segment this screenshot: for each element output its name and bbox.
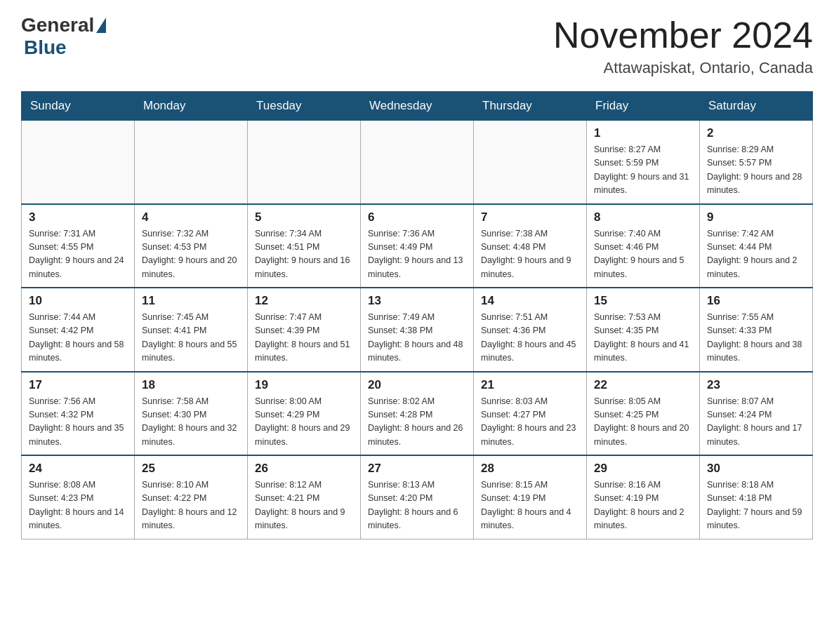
calendar-cell: 14Sunrise: 7:51 AM Sunset: 4:36 PM Dayli…: [474, 288, 587, 372]
day-number: 28: [481, 462, 579, 476]
calendar-cell: 19Sunrise: 8:00 AM Sunset: 4:29 PM Dayli…: [248, 372, 361, 456]
calendar-table: SundayMondayTuesdayWednesdayThursdayFrid…: [21, 91, 813, 539]
day-number: 25: [142, 462, 240, 476]
day-info: Sunrise: 7:58 AM Sunset: 4:30 PM Dayligh…: [142, 395, 240, 450]
location: Attawapiskat, Ontario, Canada: [553, 59, 813, 77]
calendar-cell: 25Sunrise: 8:10 AM Sunset: 4:22 PM Dayli…: [135, 455, 248, 539]
logo-general-text: General: [21, 14, 94, 36]
day-info: Sunrise: 8:27 AM Sunset: 5:59 PM Dayligh…: [594, 143, 692, 198]
day-number: 1: [594, 126, 692, 140]
calendar-cell: 13Sunrise: 7:49 AM Sunset: 4:38 PM Dayli…: [361, 288, 474, 372]
calendar-cell: [248, 121, 361, 204]
day-number: 24: [29, 462, 127, 476]
calendar-cell: 17Sunrise: 7:56 AM Sunset: 4:32 PM Dayli…: [22, 372, 135, 456]
day-info: Sunrise: 7:55 AM Sunset: 4:33 PM Dayligh…: [707, 311, 805, 365]
calendar-cell: 20Sunrise: 8:02 AM Sunset: 4:28 PM Dayli…: [361, 372, 474, 456]
logo: General Blue: [21, 14, 106, 59]
calendar-cell: 22Sunrise: 8:05 AM Sunset: 4:25 PM Dayli…: [587, 372, 700, 456]
calendar-cell: 9Sunrise: 7:42 AM Sunset: 4:44 PM Daylig…: [700, 204, 813, 288]
day-info: Sunrise: 8:02 AM Sunset: 4:28 PM Dayligh…: [368, 395, 466, 450]
calendar-cell: 16Sunrise: 7:55 AM Sunset: 4:33 PM Dayli…: [700, 288, 813, 372]
day-number: 8: [594, 210, 692, 224]
weekday-header-wednesday: Wednesday: [361, 92, 474, 121]
calendar-cell: 27Sunrise: 8:13 AM Sunset: 4:20 PM Dayli…: [361, 455, 474, 539]
calendar-week-row: 10Sunrise: 7:44 AM Sunset: 4:42 PM Dayli…: [22, 288, 813, 372]
calendar-cell: 1Sunrise: 8:27 AM Sunset: 5:59 PM Daylig…: [587, 121, 700, 204]
calendar-cell: 4Sunrise: 7:32 AM Sunset: 4:53 PM Daylig…: [135, 204, 248, 288]
day-number: 17: [29, 378, 127, 392]
calendar-cell: [361, 121, 474, 204]
title-area: November 2024 Attawapiskat, Ontario, Can…: [553, 14, 813, 77]
day-number: 18: [142, 378, 240, 392]
logo-blue-text: Blue: [24, 36, 67, 58]
day-number: 10: [29, 294, 127, 308]
calendar-cell: 18Sunrise: 7:58 AM Sunset: 4:30 PM Dayli…: [135, 372, 248, 456]
day-info: Sunrise: 8:18 AM Sunset: 4:18 PM Dayligh…: [707, 478, 805, 533]
day-number: 6: [368, 210, 466, 224]
day-info: Sunrise: 8:07 AM Sunset: 4:24 PM Dayligh…: [707, 395, 805, 450]
month-title: November 2024: [553, 14, 813, 56]
weekday-header-saturday: Saturday: [700, 92, 813, 121]
day-info: Sunrise: 7:42 AM Sunset: 4:44 PM Dayligh…: [707, 227, 805, 282]
day-info: Sunrise: 8:13 AM Sunset: 4:20 PM Dayligh…: [368, 478, 466, 533]
day-number: 29: [594, 462, 692, 476]
day-info: Sunrise: 7:56 AM Sunset: 4:32 PM Dayligh…: [29, 395, 127, 450]
day-info: Sunrise: 8:16 AM Sunset: 4:19 PM Dayligh…: [594, 478, 692, 533]
calendar-cell: 28Sunrise: 8:15 AM Sunset: 4:19 PM Dayli…: [474, 455, 587, 539]
weekday-header-monday: Monday: [135, 92, 248, 121]
day-number: 14: [481, 294, 579, 308]
day-number: 11: [142, 294, 240, 308]
day-info: Sunrise: 8:05 AM Sunset: 4:25 PM Dayligh…: [594, 395, 692, 450]
calendar-cell: 11Sunrise: 7:45 AM Sunset: 4:41 PM Dayli…: [135, 288, 248, 372]
day-number: 13: [368, 294, 466, 308]
calendar-cell: 30Sunrise: 8:18 AM Sunset: 4:18 PM Dayli…: [700, 455, 813, 539]
day-number: 27: [368, 462, 466, 476]
calendar-cell: 6Sunrise: 7:36 AM Sunset: 4:49 PM Daylig…: [361, 204, 474, 288]
calendar-cell: 23Sunrise: 8:07 AM Sunset: 4:24 PM Dayli…: [700, 372, 813, 456]
day-number: 26: [255, 462, 353, 476]
calendar-cell: 12Sunrise: 7:47 AM Sunset: 4:39 PM Dayli…: [248, 288, 361, 372]
day-number: 2: [707, 126, 805, 140]
day-number: 12: [255, 294, 353, 308]
day-info: Sunrise: 7:34 AM Sunset: 4:51 PM Dayligh…: [255, 227, 353, 282]
calendar-cell: 8Sunrise: 7:40 AM Sunset: 4:46 PM Daylig…: [587, 204, 700, 288]
day-number: 23: [707, 378, 805, 392]
day-info: Sunrise: 7:53 AM Sunset: 4:35 PM Dayligh…: [594, 311, 692, 365]
day-number: 22: [594, 378, 692, 392]
calendar-week-row: 3Sunrise: 7:31 AM Sunset: 4:55 PM Daylig…: [22, 204, 813, 288]
day-info: Sunrise: 7:38 AM Sunset: 4:48 PM Dayligh…: [481, 227, 579, 282]
calendar-cell: 21Sunrise: 8:03 AM Sunset: 4:27 PM Dayli…: [474, 372, 587, 456]
weekday-header-friday: Friday: [587, 92, 700, 121]
day-info: Sunrise: 7:44 AM Sunset: 4:42 PM Dayligh…: [29, 311, 127, 365]
day-number: 3: [29, 210, 127, 224]
calendar-cell: 3Sunrise: 7:31 AM Sunset: 4:55 PM Daylig…: [22, 204, 135, 288]
day-info: Sunrise: 8:10 AM Sunset: 4:22 PM Dayligh…: [142, 478, 240, 533]
day-info: Sunrise: 7:36 AM Sunset: 4:49 PM Dayligh…: [368, 227, 466, 282]
day-number: 21: [481, 378, 579, 392]
day-info: Sunrise: 7:49 AM Sunset: 4:38 PM Dayligh…: [368, 311, 466, 365]
day-info: Sunrise: 7:51 AM Sunset: 4:36 PM Dayligh…: [481, 311, 579, 365]
day-info: Sunrise: 8:15 AM Sunset: 4:19 PM Dayligh…: [481, 478, 579, 533]
calendar-cell: 26Sunrise: 8:12 AM Sunset: 4:21 PM Dayli…: [248, 455, 361, 539]
calendar-cell: [22, 121, 135, 204]
day-info: Sunrise: 8:29 AM Sunset: 5:57 PM Dayligh…: [707, 143, 805, 198]
calendar-cell: 15Sunrise: 7:53 AM Sunset: 4:35 PM Dayli…: [587, 288, 700, 372]
weekday-header-sunday: Sunday: [22, 92, 135, 121]
day-number: 5: [255, 210, 353, 224]
day-number: 9: [707, 210, 805, 224]
day-info: Sunrise: 8:03 AM Sunset: 4:27 PM Dayligh…: [481, 395, 579, 450]
day-info: Sunrise: 7:45 AM Sunset: 4:41 PM Dayligh…: [142, 311, 240, 365]
day-info: Sunrise: 7:47 AM Sunset: 4:39 PM Dayligh…: [255, 311, 353, 365]
day-number: 19: [255, 378, 353, 392]
day-info: Sunrise: 8:12 AM Sunset: 4:21 PM Dayligh…: [255, 478, 353, 533]
calendar-cell: 7Sunrise: 7:38 AM Sunset: 4:48 PM Daylig…: [474, 204, 587, 288]
weekday-header-thursday: Thursday: [474, 92, 587, 121]
day-info: Sunrise: 7:40 AM Sunset: 4:46 PM Dayligh…: [594, 227, 692, 282]
calendar-week-row: 24Sunrise: 8:08 AM Sunset: 4:23 PM Dayli…: [22, 455, 813, 539]
weekday-header-tuesday: Tuesday: [248, 92, 361, 121]
calendar-header-row: SundayMondayTuesdayWednesdayThursdayFrid…: [22, 92, 813, 121]
day-number: 20: [368, 378, 466, 392]
day-number: 15: [594, 294, 692, 308]
calendar-cell: [474, 121, 587, 204]
day-number: 7: [481, 210, 579, 224]
